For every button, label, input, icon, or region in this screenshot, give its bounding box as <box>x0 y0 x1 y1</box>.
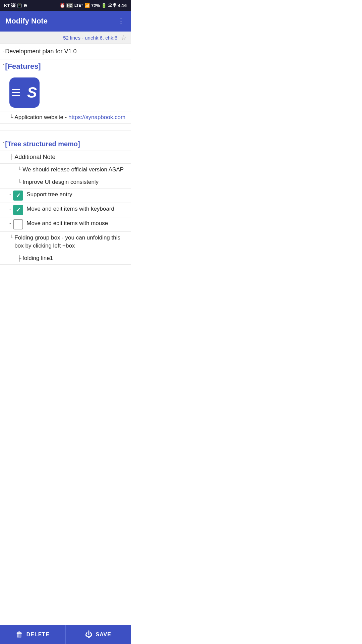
tree-item-features[interactable]: - [Features] <box>0 59 131 74</box>
tree-item-additional-note[interactable]: ├ Additional Note <box>0 151 131 164</box>
sim-icon: 📳 <box>17 3 22 8</box>
features-label: [Features] <box>5 61 128 72</box>
tree-dash-icon: ├ <box>17 254 21 262</box>
icon-line-1 <box>12 89 20 90</box>
app-icon-container: S <box>0 74 131 111</box>
tree-minus-icon: - <box>3 61 4 67</box>
checkmark-icon: ✓ <box>16 192 21 199</box>
status-right: ⏰ HD LTE⁺ 📶 72% 🔋 오후 4:16 <box>60 2 127 8</box>
website-text: Application website - https://synapbook.… <box>14 113 128 121</box>
tree-minus-icon: - <box>3 49 4 55</box>
status-bar: KT 🖼 📳 ⊖ ⏰ HD LTE⁺ 📶 72% 🔋 오후 4:16 <box>0 0 131 11</box>
status-left: KT 🖼 📳 ⊖ <box>4 3 27 8</box>
website-url[interactable]: https://synapbook.com <box>68 114 125 120</box>
time-text: 4:16 <box>118 3 127 8</box>
tree-dash-icon: └ <box>17 178 21 186</box>
empty-row-1 <box>0 124 131 130</box>
note-content: - Development plan for V1.0 - [Features]… <box>0 44 131 265</box>
tree-item-tree-memo[interactable]: - [Tree structured memo] <box>0 137 131 151</box>
info-bar: 52 lines - unchk:6, chk:6 ☆ <box>0 32 131 44</box>
lte-text: LTE⁺ <box>74 3 83 8</box>
support-tree-text: Support tree entry <box>26 191 128 199</box>
app-bar-title: Modify Note <box>5 17 48 25</box>
development-title-text: Development plan for V1.0 <box>5 47 128 56</box>
tree-corner-icon: └ <box>17 166 21 174</box>
overflow-menu-button[interactable]: ⋮ <box>117 17 125 25</box>
tree-item-development-title[interactable]: - Development plan for V1.0 <box>0 44 131 59</box>
dnd-icon: ⊖ <box>23 3 27 8</box>
tree-item-folding[interactable]: └ Folding group box - you can unfolding … <box>0 232 131 252</box>
tree-item-release-note[interactable]: └ We should release official version ASA… <box>0 164 131 176</box>
tree-item-folding-line1[interactable]: ├ folding line1 <box>0 252 131 265</box>
folding-line1-text: folding line1 <box>22 254 128 262</box>
tree-dash-icon: - <box>9 191 11 199</box>
tree-memo-label: [Tree structured memo] <box>5 139 128 149</box>
tree-minus-icon: - <box>3 139 4 145</box>
tree-item-keyboard[interactable]: - ✓ Move and edit items with keyboard <box>0 203 131 217</box>
battery-text: 72% <box>91 3 100 8</box>
icon-line-3 <box>12 95 20 96</box>
icon-line-2 <box>12 92 20 93</box>
app-icon: S <box>9 77 40 108</box>
tree-dash-icon: ├ <box>9 153 13 161</box>
stats-text: 52 lines - unchk:6, chk:6 <box>63 35 117 41</box>
carrier-text: KT <box>4 3 10 8</box>
keyboard-text: Move and edit items with keyboard <box>26 205 128 213</box>
tree-corner-icon: └ <box>9 234 13 242</box>
additional-note-text: Additional Note <box>14 153 128 161</box>
tree-item-support-tree[interactable]: - ✓ Support tree entry <box>0 189 131 203</box>
tree-item-website[interactable]: └ Application website - https://synapboo… <box>0 111 131 124</box>
alarm-icon: ⏰ <box>60 3 65 8</box>
hd-icon: HD <box>66 3 73 8</box>
icon-lines <box>12 89 20 96</box>
tree-item-improve-ui[interactable]: └ Improve UI desgin consistenly <box>0 176 131 189</box>
favorite-icon[interactable]: ☆ <box>121 34 127 42</box>
tree-corner-icon: └ <box>9 113 13 121</box>
image-icon: 🖼 <box>11 3 15 8</box>
improve-ui-text: Improve UI desgin consistenly <box>22 178 128 186</box>
battery-icon: 🔋 <box>101 3 107 8</box>
tree-item-mouse[interactable]: - Move and edit items with mouse <box>0 217 131 232</box>
checkmark-icon: ✓ <box>16 206 21 214</box>
checkbox-keyboard[interactable]: ✓ <box>13 205 23 215</box>
signal-icon: 📶 <box>84 3 90 8</box>
app-bar: Modify Note ⋮ <box>0 11 131 32</box>
tree-dash-icon: - <box>9 205 11 213</box>
empty-row-2 <box>0 130 131 137</box>
checkbox-support-tree[interactable]: ✓ <box>13 191 23 201</box>
mouse-text: Move and edit items with mouse <box>26 219 128 227</box>
tree-dash-icon: - <box>9 219 11 227</box>
release-note-text: We should release official version ASAP <box>22 166 128 174</box>
period-text: 오후 <box>108 2 117 8</box>
app-icon-letter: S <box>27 84 37 101</box>
checkbox-mouse[interactable] <box>13 219 23 229</box>
folding-text: Folding group box - you can unfolding th… <box>14 234 128 250</box>
